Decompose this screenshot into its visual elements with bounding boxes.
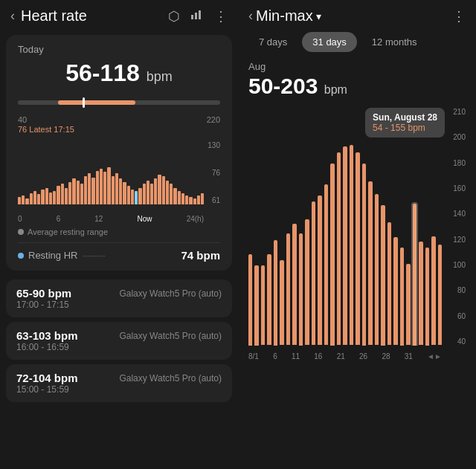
history-item[interactable]: 72-104 bpm Galaxy Watch5 Pro (auto) 15:0… — [6, 364, 232, 402]
chart-bar — [201, 193, 204, 204]
right-bar-column — [305, 108, 309, 346]
resting-hr-label: Resting HR ············· — [18, 250, 105, 261]
right-bar — [324, 184, 328, 345]
right-bar-column — [299, 108, 303, 346]
history-device: Galaxy Watch5 Pro (auto) — [119, 373, 222, 384]
y-axis-label: 100 — [445, 261, 466, 269]
chart-bar — [88, 173, 91, 204]
page-title: Heart rate — [21, 7, 87, 25]
main-card: Today 56-118 bpm 40 220 76 Latest 17:15 … — [6, 35, 232, 271]
chart-bar — [135, 191, 138, 204]
right-bar — [387, 222, 391, 346]
right-panel: ‹ Min-max ▾ ⋮ 7 days 31 days 12 months A… — [238, 0, 476, 469]
right-bar-column — [350, 108, 353, 346]
avg-resting-text: Average resting range — [28, 227, 108, 236]
tab-12months[interactable]: 12 months — [361, 32, 428, 52]
right-bar-column — [312, 108, 315, 346]
x-axis-label: 26 — [359, 352, 367, 360]
y-axis-label: 180 — [445, 159, 466, 167]
chart-x-labels: 0 6 12 Now 24(h) — [18, 213, 204, 223]
right-bar-column — [343, 108, 347, 346]
right-bar-column — [254, 108, 258, 346]
right-bar — [413, 204, 416, 345]
chart-bar — [37, 194, 40, 204]
right-bar — [375, 194, 379, 345]
back-button[interactable]: ‹ — [10, 8, 15, 24]
tab-7days[interactable]: 7 days — [248, 32, 298, 52]
chart-bar — [18, 197, 21, 204]
chart-bar — [96, 171, 99, 204]
right-bar — [312, 201, 315, 346]
chart-bar — [166, 181, 169, 204]
share-button[interactable]: ⬡ — [168, 8, 180, 25]
y-axis-label: 40 — [445, 337, 466, 346]
history-item[interactable]: 63-103 bpm Galaxy Watch5 Pro (auto) 16:0… — [6, 322, 232, 360]
y-axis-label: 160 — [445, 184, 466, 193]
right-back-button[interactable]: ‹ — [248, 8, 253, 24]
more-button[interactable]: ⋮ — [214, 8, 228, 25]
chart-bar — [123, 182, 126, 204]
right-bar-column — [381, 108, 385, 346]
svg-rect-2 — [199, 10, 201, 19]
tooltip-bpm: 54 - 155 bpm — [373, 123, 437, 133]
right-header-left: ‹ Min-max ▾ — [248, 7, 321, 25]
right-bar — [400, 248, 404, 346]
dropdown-arrow-icon[interactable]: ▾ — [316, 10, 321, 22]
right-bpm-range: 50-203 — [248, 74, 318, 98]
chart-bar — [150, 184, 153, 204]
left-header-icons: ⬡ ⋮ — [168, 7, 228, 25]
x-label-now: Now — [138, 215, 152, 223]
tab-31days[interactable]: 31 days — [302, 32, 357, 52]
x-label-24: 24(h) — [187, 215, 204, 223]
heart-rate-chart: 130 76 61 0 6 12 Now 24(h) — [18, 141, 220, 223]
range-bar-fill — [58, 100, 135, 105]
range-current: 76 — [18, 125, 27, 134]
right-bar — [267, 254, 271, 345]
right-bar-column — [261, 108, 265, 346]
chart-bar — [22, 195, 25, 204]
right-bar-column — [248, 108, 252, 346]
right-bar-column — [406, 108, 410, 346]
right-bar — [406, 264, 410, 345]
right-bar — [337, 152, 341, 346]
right-bar-column — [393, 108, 397, 346]
chart-bars — [18, 141, 204, 204]
tooltip-date: Sun, August 28 — [373, 112, 437, 123]
right-bar-column — [356, 108, 359, 346]
right-bar — [356, 152, 359, 346]
history-bpm: 65-90 bpm — [16, 287, 71, 300]
right-bar — [431, 236, 435, 346]
range-bar-marker — [83, 97, 85, 108]
resting-dashes: ············· — [82, 250, 104, 261]
y-axis-label: 60 — [445, 312, 466, 320]
right-bar-column — [286, 108, 290, 346]
right-bar-column — [324, 108, 328, 346]
right-bpm-unit: bpm — [324, 83, 347, 96]
history-item[interactable]: 65-90 bpm Galaxy Watch5 Pro (auto) 17:00… — [6, 279, 232, 317]
chart-bar — [197, 195, 200, 204]
right-bar — [362, 164, 366, 346]
right-more-button[interactable]: ⋮ — [452, 8, 466, 25]
right-bar — [368, 181, 372, 345]
y-axis-label: 140 — [445, 210, 466, 218]
chart-bar — [193, 198, 196, 204]
chart-bar — [170, 184, 173, 204]
chart-bar — [68, 182, 71, 204]
stats-button[interactable] — [190, 7, 204, 25]
right-bar — [438, 245, 442, 346]
chart-bar — [41, 190, 44, 204]
x-label-12: 12 — [94, 215, 103, 223]
chart-bar — [72, 178, 75, 204]
right-x-labels: 8/16111621262831◄► — [248, 352, 442, 360]
tooltip: Sun, August 28 54 - 155 bpm — [365, 108, 445, 138]
chart-bar — [158, 175, 161, 204]
resting-hr-row: Resting HR ············· 74 bpm — [18, 242, 220, 262]
right-bar-column — [267, 108, 271, 346]
right-bar — [381, 205, 385, 345]
resting-hr-text: Resting HR — [28, 250, 77, 261]
chart-bar — [80, 184, 83, 204]
chart-bar — [143, 184, 146, 204]
x-axis-label: 6 — [273, 352, 277, 360]
history-list: 65-90 bpm Galaxy Watch5 Pro (auto) 17:00… — [6, 279, 232, 469]
y-axis-label: 210 — [445, 108, 466, 116]
